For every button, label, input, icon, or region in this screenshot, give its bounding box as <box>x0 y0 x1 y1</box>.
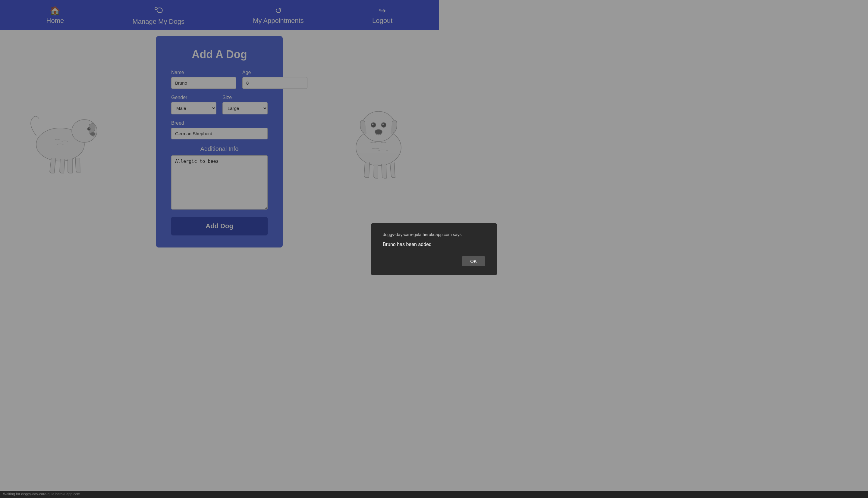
alert-dialog: doggy-day-care-gula.herokuapp.com says B… <box>371 223 439 250</box>
dialog-message: Bruno has been added <box>383 242 439 247</box>
dialog-overlay: doggy-day-care-gula.herokuapp.com says B… <box>0 0 439 249</box>
dialog-site: doggy-day-care-gula.herokuapp.com says <box>383 232 439 237</box>
